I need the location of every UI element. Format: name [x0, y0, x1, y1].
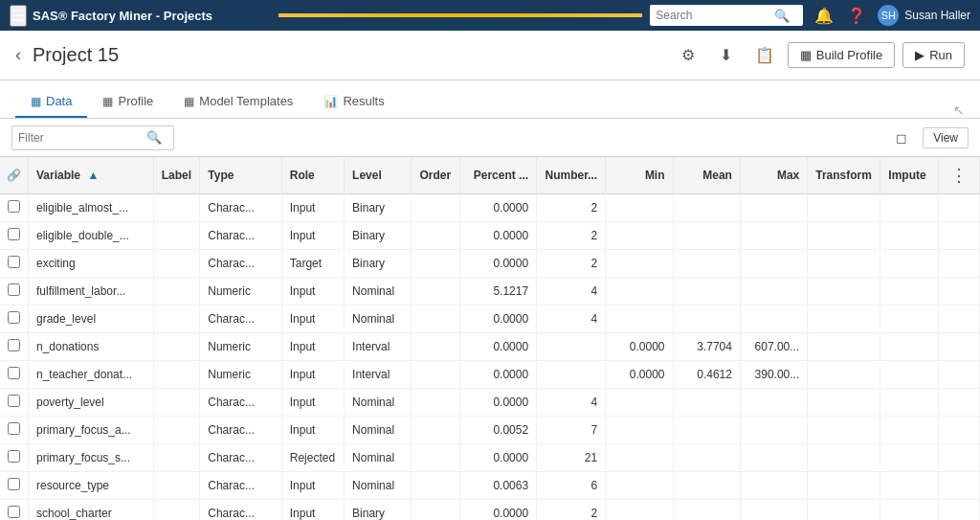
row-checkbox[interactable]	[8, 478, 20, 490]
col-header-order[interactable]: Order	[412, 157, 459, 194]
row-checkbox-cell[interactable]	[0, 361, 29, 389]
cell-type: Charac...	[200, 222, 281, 250]
col-header-impute[interactable]: Impute	[880, 157, 938, 194]
row-checkbox-cell[interactable]	[0, 250, 29, 278]
cell-number: 2	[537, 194, 606, 222]
cell-max	[740, 305, 807, 333]
row-checkbox-cell[interactable]	[0, 333, 29, 361]
tab-results[interactable]: 📊 Results	[308, 86, 399, 118]
row-checkbox[interactable]	[8, 283, 20, 296]
profile-tab-icon: ▦	[102, 95, 113, 108]
download-icon-btn[interactable]: ⬇	[711, 40, 742, 71]
row-checkbox-cell[interactable]	[0, 222, 29, 250]
row-checkbox[interactable]	[8, 422, 20, 435]
run-icon: ▶	[915, 48, 924, 62]
cell-role: Input	[281, 417, 344, 444]
col-header-transform[interactable]: Transform	[808, 157, 880, 194]
cell-min	[606, 389, 673, 417]
cell-impute	[880, 333, 938, 361]
data-tab-icon: ▦	[31, 95, 41, 108]
row-checkbox-cell[interactable]	[0, 278, 29, 305]
row-checkbox-cell[interactable]	[0, 472, 29, 500]
build-profile-button[interactable]: ▦ Build Profile	[788, 42, 895, 68]
tab-model-templates[interactable]: ▦ Model Templates	[168, 86, 308, 118]
col-header-type[interactable]: Type	[200, 157, 281, 194]
cell-level: Nominal	[345, 389, 412, 417]
cell-max	[740, 417, 807, 444]
col-header-more[interactable]: ⋮	[938, 157, 979, 194]
export-icon-btn[interactable]: 📋	[749, 40, 780, 71]
cell-variable: poverty_level	[29, 389, 154, 417]
cell-transform	[808, 472, 880, 500]
row-checkbox-cell[interactable]	[0, 444, 29, 472]
data-table-container: 🔗 Variable ▲ Label Type Role Level Order…	[0, 157, 980, 520]
col-header-percent[interactable]: Percent ...	[459, 157, 536, 194]
help-icon[interactable]: ❓	[845, 4, 868, 27]
row-checkbox[interactable]	[8, 506, 20, 518]
cell-order	[412, 305, 459, 333]
row-checkbox[interactable]	[8, 367, 20, 379]
global-search-input[interactable]	[656, 9, 770, 22]
row-checkbox-cell[interactable]	[0, 194, 29, 222]
filter-box[interactable]: 🔍	[11, 125, 174, 150]
row-checkbox[interactable]	[8, 200, 20, 213]
cell-impute	[880, 278, 938, 305]
cell-label	[153, 194, 200, 222]
col-header-variable[interactable]: Variable ▲	[29, 157, 154, 194]
col-header-role[interactable]: Role	[281, 157, 344, 194]
row-checkbox-cell[interactable]	[0, 417, 29, 444]
col-header-min[interactable]: Min	[606, 157, 673, 194]
col-header-label[interactable]: Label	[153, 157, 200, 194]
cell-extra	[938, 361, 979, 389]
tab-data[interactable]: ▦ Data	[15, 86, 87, 118]
cell-order	[412, 417, 459, 444]
table-row: n_teacher_donat... Numeric Input Interva…	[0, 361, 980, 389]
filter-input[interactable]	[18, 131, 143, 145]
view-button[interactable]: View	[923, 127, 969, 148]
cell-impute	[880, 250, 938, 278]
select-all-icon-btn[interactable]: ◻	[888, 124, 915, 151]
table-row: exciting Charac... Target Binary 0.0000 …	[0, 250, 980, 278]
toolbar-right: ◻ View	[888, 124, 969, 151]
row-checkbox[interactable]	[8, 311, 20, 324]
row-checkbox-cell[interactable]	[0, 500, 29, 521]
tab-profile[interactable]: ▦ Profile	[87, 86, 168, 118]
row-checkbox-cell[interactable]	[0, 389, 29, 417]
more-options-button[interactable]: ⋮	[947, 165, 971, 186]
cell-label	[153, 222, 200, 250]
row-checkbox[interactable]	[8, 450, 20, 463]
cell-variable: primary_focus_s...	[29, 444, 154, 472]
notifications-icon[interactable]: 🔔	[813, 4, 835, 27]
cell-type: Charac...	[200, 389, 281, 417]
col-header-max[interactable]: Max	[740, 157, 807, 194]
cell-impute	[880, 194, 938, 222]
back-button[interactable]: ‹	[15, 45, 21, 65]
cell-transform	[808, 278, 880, 305]
row-checkbox[interactable]	[8, 228, 20, 240]
cell-number: 4	[537, 389, 606, 417]
cell-level: Nominal	[345, 444, 412, 472]
run-button[interactable]: ▶ Run	[902, 42, 965, 68]
cell-order	[412, 250, 459, 278]
col-header-level[interactable]: Level	[345, 157, 412, 194]
cell-extra	[938, 417, 979, 444]
cell-number: 7	[537, 417, 606, 444]
row-checkbox[interactable]	[8, 395, 20, 407]
row-checkbox-cell[interactable]	[0, 305, 29, 333]
cell-order	[412, 389, 459, 417]
cell-percent: 0.0063	[459, 472, 536, 500]
global-search-box[interactable]: 🔍	[650, 5, 803, 26]
cell-min	[606, 444, 673, 472]
col-header-mean[interactable]: Mean	[673, 157, 740, 194]
hamburger-menu-button[interactable]: ☰	[10, 5, 27, 27]
filter-icon-btn[interactable]: ⚙	[673, 40, 703, 71]
row-checkbox[interactable]	[8, 339, 20, 351]
row-checkbox[interactable]	[8, 256, 20, 268]
cell-transform	[808, 222, 880, 250]
cell-percent: 0.0052	[459, 417, 536, 444]
cell-transform	[808, 333, 880, 361]
col-header-number[interactable]: Number...	[537, 157, 606, 194]
cell-type: Numeric	[200, 278, 281, 305]
tab-results-label: Results	[343, 94, 384, 108]
cell-impute	[880, 417, 938, 444]
